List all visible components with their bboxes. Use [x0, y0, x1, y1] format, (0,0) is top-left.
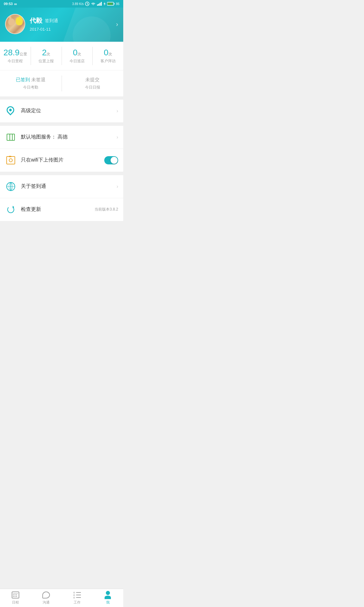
daily-report-label: 今日日报 — [64, 85, 121, 90]
refresh-icon-wrap — [5, 204, 16, 215]
time-display: 09:53 — [4, 2, 13, 6]
toggle-knob — [111, 157, 118, 164]
infinity-icon: ∞ — [14, 2, 17, 6]
battery-icon — [107, 2, 115, 6]
menu-section-1: 高级定位 › — [0, 100, 123, 122]
stat-customer-label: 客户拜访 — [95, 58, 121, 64]
menu-section-3: 关于签到通 › 检查更新 当前版本3.8.2 — [0, 175, 123, 221]
wifi-icon — [91, 2, 96, 6]
stat-customer-number: 0次 — [95, 48, 121, 57]
header-banner[interactable]: 代毅 签到通 2017-01-11 › — [0, 8, 123, 42]
location-icon — [7, 106, 15, 116]
profile-date: 2017-01-11 — [30, 27, 116, 32]
map-icon — [6, 133, 15, 141]
menu-map-label: 默认地图服务： 高德 — [21, 134, 117, 140]
refresh-icon — [6, 205, 15, 214]
clock-icon — [85, 2, 89, 6]
menu-wifi-label: 只在wifi下上传图片 — [21, 157, 104, 163]
menu-about-arrow-icon: › — [117, 184, 118, 189]
photo-icon-wrap — [5, 155, 16, 166]
stat-location-number: 2次 — [33, 48, 59, 57]
svg-rect-9 — [107, 3, 112, 5]
profile-info: 代毅 签到通 2017-01-11 — [30, 16, 116, 32]
network-speed: 3.89 K/s — [72, 2, 84, 6]
avatar — [5, 14, 25, 34]
menu-location-arrow-icon: › — [117, 108, 118, 114]
stat-distance: 28.9公里 今日里程 — [0, 47, 31, 65]
not-signed-out-text: 未签退 — [31, 77, 46, 82]
section-divider-1 — [0, 96, 123, 100]
map-icon-wrap — [5, 132, 16, 143]
svg-rect-6 — [101, 2, 102, 6]
stats-section: 28.9公里 今日里程 2次 位置上报 0次 今日巡店 0次 客户拜访 — [0, 42, 123, 70]
menu-section-2: 默认地图服务： 高德 › 只在wifi下上传图片 — [0, 126, 123, 172]
svg-rect-3 — [97, 4, 98, 6]
menu-location-label: 高级定位 — [21, 107, 117, 114]
section-divider-2 — [0, 123, 123, 126]
stat-distance-label: 今日里程 — [3, 58, 28, 64]
stat-store-label: 今日巡店 — [64, 58, 90, 64]
menu-item-location[interactable]: 高级定位 › — [0, 100, 123, 122]
attendance-label: 今日考勤 — [3, 85, 59, 90]
attendance-checkin: 已签到 未签退 今日考勤 — [0, 76, 62, 91]
menu-item-update[interactable]: 检查更新 当前版本3.8.2 — [0, 198, 123, 221]
profile-app-name: 签到通 — [45, 18, 58, 24]
wifi-upload-toggle[interactable] — [104, 156, 118, 164]
attendance-daily-report: 未提交 今日日报 — [62, 76, 124, 91]
stat-location-reports: 2次 位置上报 — [31, 47, 62, 65]
globe-icon-wrap — [5, 181, 16, 192]
profile-name: 代毅 — [30, 16, 42, 25]
header-chevron-right-icon[interactable]: › — [116, 21, 118, 28]
stat-distance-number: 28.9公里 — [3, 48, 28, 57]
status-right: 3.89 K/s — [72, 2, 119, 6]
globe-icon — [6, 182, 15, 191]
menu-item-wifi-upload: 只在wifi下上传图片 — [0, 149, 123, 172]
menu-item-map[interactable]: 默认地图服务： 高德 › — [0, 126, 123, 149]
stat-location-label: 位置上报 — [33, 58, 59, 64]
stat-store-number: 0次 — [64, 48, 90, 57]
signal-icon — [97, 2, 102, 6]
svg-rect-4 — [98, 4, 99, 6]
photo-icon — [6, 156, 15, 164]
location-icon-wrap — [5, 105, 16, 117]
stat-customer-visits: 0次 客户拜访 — [93, 47, 123, 65]
version-text: 当前版本3.8.2 — [94, 207, 118, 212]
status-bar: 09:53 ∞ 3.89 K/s — [0, 0, 123, 8]
battery-level: 86 — [116, 2, 119, 6]
menu-update-label: 检查更新 — [21, 206, 94, 213]
svg-rect-5 — [100, 3, 100, 6]
attendance-section: 已签到 未签退 今日考勤 未提交 今日日报 — [0, 71, 123, 96]
status-left: 09:53 ∞ — [4, 2, 17, 6]
svg-rect-8 — [114, 3, 114, 4]
charging-icon — [103, 2, 106, 6]
signed-in-status: 已签到 — [16, 77, 30, 82]
svg-line-2 — [87, 4, 88, 5]
menu-map-arrow-icon: › — [117, 134, 118, 140]
daily-report-status: 未提交 — [64, 77, 121, 83]
menu-about-label: 关于签到通 — [21, 183, 117, 190]
stat-store-visits: 0次 今日巡店 — [62, 47, 93, 65]
menu-item-about[interactable]: 关于签到通 › — [0, 175, 123, 198]
attendance-status-row: 已签到 未签退 — [3, 77, 59, 83]
section-divider-3 — [0, 172, 123, 175]
